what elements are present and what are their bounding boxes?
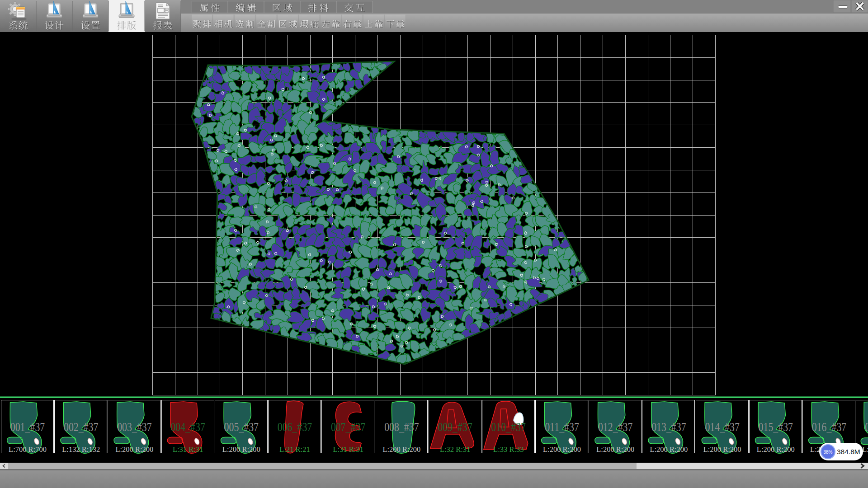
svg-text:L:33 R:33: L:33 R:33 [493, 445, 524, 454]
svg-text:005_#37: 005_#37 [224, 420, 259, 434]
svg-text:L:200 R:200: L:200 R:200 [650, 445, 688, 454]
svg-text:L:200 R:200: L:200 R:200 [862, 445, 868, 454]
svg-text:017_#37: 017_#37 [865, 420, 868, 434]
svg-text:38%: 38% [823, 450, 832, 455]
svg-text:L:31 R:31: L:31 R:31 [173, 445, 203, 454]
svg-text:003_#37: 003_#37 [117, 420, 151, 434]
svg-text:001_#37: 001_#37 [10, 420, 45, 434]
svg-text:L:32 R:31: L:32 R:31 [440, 445, 470, 454]
svg-text:L:200 R:200: L:200 R:200 [222, 445, 260, 454]
svg-text:013_#37: 013_#37 [651, 420, 686, 434]
svg-text:L:200 R:200: L:200 R:200 [543, 445, 581, 454]
svg-text:012_#37: 012_#37 [598, 420, 632, 434]
svg-text:L:132 R:132: L:132 R:132 [62, 445, 100, 454]
svg-text:006_#37: 006_#37 [278, 420, 312, 434]
svg-text:007_#37: 007_#37 [331, 420, 365, 434]
svg-text:L:200 R:200: L:200 R:200 [115, 445, 153, 454]
svg-text:011_#37: 011_#37 [545, 420, 579, 434]
svg-text:016_#37: 016_#37 [812, 420, 846, 434]
svg-text:L:31 R:31: L:31 R:31 [333, 445, 363, 454]
svg-text:384.8M: 384.8M [837, 448, 860, 455]
svg-text:008_#37: 008_#37 [384, 420, 419, 434]
svg-text:002_#37: 002_#37 [64, 420, 98, 434]
svg-text:014_#37: 014_#37 [705, 420, 739, 434]
svg-text:009_#37: 009_#37 [438, 420, 472, 434]
svg-text:L:21 R:21: L:21 R:21 [279, 445, 310, 454]
svg-text:010_#37: 010_#37 [491, 420, 526, 434]
svg-text:L:200 R:200: L:200 R:200 [382, 445, 420, 454]
svg-text:015_#37: 015_#37 [759, 420, 793, 434]
svg-text:L:700 R:700: L:700 R:700 [9, 445, 47, 454]
svg-text:L:200 R:200: L:200 R:200 [703, 445, 741, 454]
svg-text:L:200 R:200: L:200 R:200 [757, 445, 795, 454]
svg-text:004_#37: 004_#37 [170, 420, 205, 434]
svg-text:L:200 R:200: L:200 R:200 [596, 445, 634, 454]
